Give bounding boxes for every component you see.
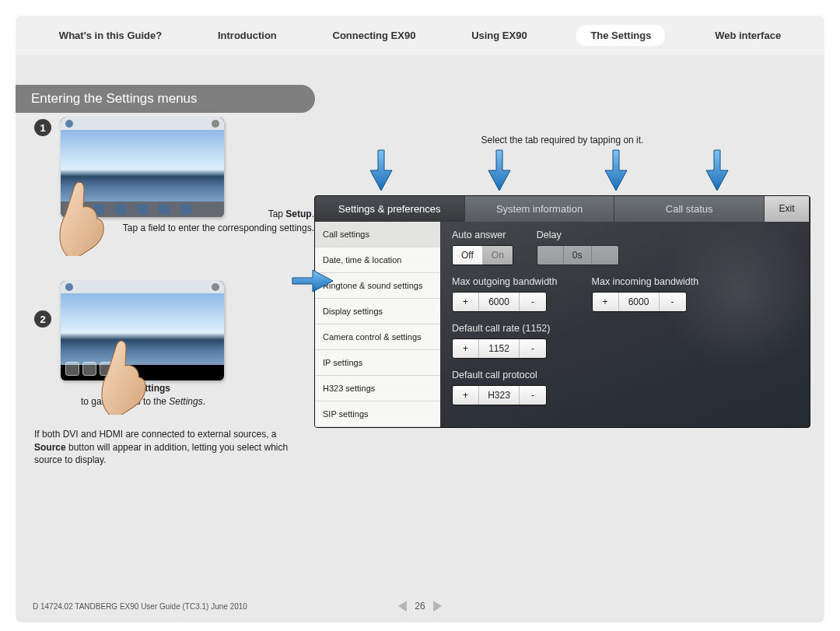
delay-label: Delay [537, 230, 619, 240]
call-rate-stepper[interactable]: + 1152 - [452, 338, 547, 359]
out-bw-label: Max outgoing bandwidth [452, 276, 558, 287]
nav-item-connecting[interactable]: Connecting EX90 [327, 26, 422, 44]
nav-item-settings[interactable]: The Settings [576, 25, 665, 46]
call-rate-label: Default call rate (1152) [452, 323, 799, 334]
in-bw-minus[interactable]: - [660, 293, 686, 311]
arrow-row [314, 149, 810, 195]
source-note: If both DVI and HDMI are connected to ex… [34, 428, 291, 467]
right-column: Select the tab required by tapping on it… [314, 117, 810, 467]
step-badge-1: 1 [34, 119, 51, 136]
nav-item-using[interactable]: Using EX90 [465, 26, 534, 44]
side-item-ip[interactable]: IP settings [315, 350, 440, 376]
hand-icon [56, 178, 110, 256]
side-item-camera[interactable]: Camera control & settings [315, 324, 440, 350]
side-item-call-settings[interactable]: Call settings [315, 222, 440, 247]
step-badge-2: 2 [34, 310, 51, 328]
left-column: 1 Tap Setup. Tap a field to enter the co… [34, 117, 299, 467]
side-item-display[interactable]: Display settings [315, 299, 440, 324]
top-nav: What's in this Guide? Introduction Conne… [16, 16, 824, 55]
out-bw-minus[interactable]: - [520, 293, 546, 311]
nav-item-web-interface[interactable]: Web interface [709, 26, 787, 44]
side-item-h323[interactable]: H323 settings [315, 376, 440, 401]
side-list: Call settings Date, time & location Ring… [315, 222, 441, 427]
tab-exit[interactable]: Exit [765, 196, 810, 222]
out-bw-stepper[interactable]: + 6000 - [452, 292, 547, 312]
panel-tabs: Settings & preferences System informatio… [315, 196, 810, 222]
page-container: What's in this Guide? Introduction Conne… [16, 16, 824, 622]
nav-item-introduction[interactable]: Introduction [212, 26, 283, 44]
in-bw-stepper[interactable]: + 6000 - [592, 292, 687, 312]
in-bw-plus[interactable]: + [593, 293, 619, 311]
call-proto-stepper[interactable]: + H323 - [452, 385, 547, 405]
side-item-sip[interactable]: SIP settings [315, 401, 440, 427]
in-bw-value: 6000 [619, 293, 660, 311]
next-page-icon[interactable] [433, 601, 442, 612]
footer: D 14724.02 TANDBERG EX90 User Guide (TC3… [16, 601, 824, 618]
call-proto-minus[interactable]: - [520, 386, 546, 405]
call-rate-plus[interactable]: + [453, 339, 479, 358]
pager: 26 [398, 601, 441, 612]
out-bw-value: 6000 [479, 293, 520, 311]
prev-page-icon[interactable] [398, 601, 407, 612]
auto-answer-label: Auto answer [452, 230, 513, 240]
call-proto-value: H323 [479, 386, 520, 405]
auto-answer-off[interactable]: Off [453, 246, 483, 265]
call-rate-minus[interactable]: - [520, 339, 546, 358]
auto-answer-on[interactable]: On [483, 246, 513, 265]
side-arrow-icon [291, 267, 334, 298]
call-proto-plus[interactable]: + [453, 386, 479, 405]
section-heading: Entering the Settings menus [16, 85, 315, 113]
tab-settings-prefs[interactable]: Settings & preferences [315, 196, 465, 222]
doc-id: D 14724.02 TANDBERG EX90 User Guide (TC3… [33, 602, 247, 611]
delay-value: 0s [564, 246, 592, 265]
page-number: 26 [415, 601, 425, 612]
nav-item-whats-in-guide[interactable]: What's in this Guide? [53, 26, 168, 44]
tab-system-info[interactable]: System information [465, 196, 615, 222]
tab-call-status[interactable]: Call status [614, 196, 765, 222]
delay-stepper: 0s [537, 245, 619, 265]
tab-hint: Select the tab required by tapping on it… [314, 135, 810, 145]
settings-form: Auto answer Off On Delay 0s [441, 222, 810, 427]
settings-panel: Settings & preferences System informatio… [314, 195, 810, 428]
auto-answer-toggle[interactable]: Off On [452, 245, 513, 265]
hand-icon [98, 337, 152, 415]
in-bw-label: Max incoming bandwidth [592, 276, 699, 287]
out-bw-plus[interactable]: + [453, 293, 479, 311]
call-proto-label: Default call protocol [452, 370, 799, 380]
call-rate-value: 1152 [479, 339, 520, 358]
